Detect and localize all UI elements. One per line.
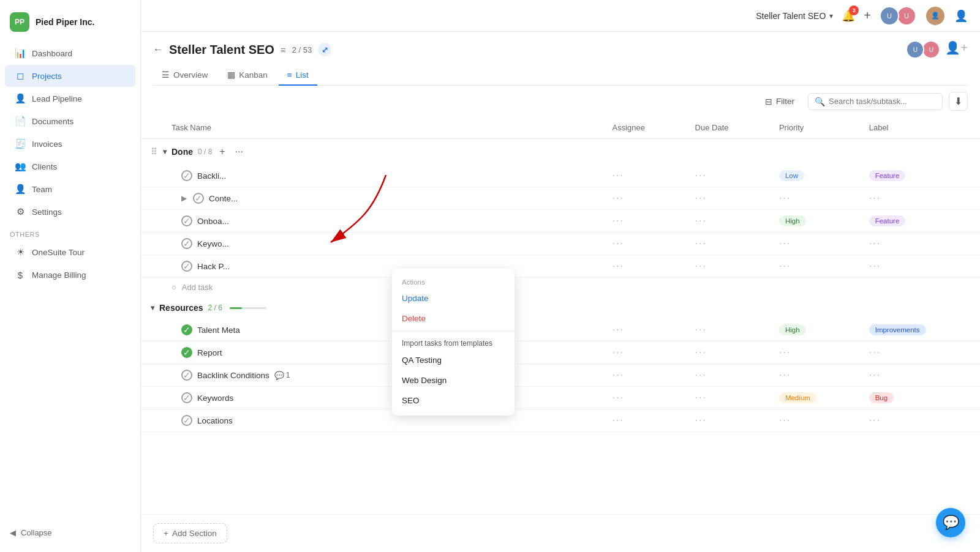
table-row: ▶ ✓ Conte... ··· ··· ··· ··· — [141, 187, 980, 210]
priority-more-icon[interactable]: ··· — [779, 370, 791, 380]
assignee-more-icon[interactable]: ··· — [612, 238, 624, 248]
label-more-icon[interactable]: ··· — [869, 238, 881, 248]
due-date-more-icon[interactable]: ··· — [695, 193, 707, 203]
sidebar-item-documents[interactable]: 📄 Documents — [5, 110, 135, 132]
task-check-icon[interactable]: ✓ — [181, 415, 192, 426]
task-check-icon[interactable]: ✓ — [181, 238, 192, 249]
invite-member-icon[interactable]: 👤+ — [945, 40, 968, 59]
assignee-more-icon[interactable]: ··· — [612, 415, 624, 425]
task-check-icon[interactable]: ✓ — [181, 370, 192, 381]
assignee-more-icon[interactable]: ··· — [612, 261, 624, 271]
task-check-icon[interactable]: ✓ — [181, 392, 192, 403]
user-menu-icon[interactable]: 👤 — [954, 9, 968, 23]
chevron-down-icon[interactable]: ▾ — [163, 147, 167, 156]
search-input[interactable] — [829, 97, 936, 106]
due-date-more-icon[interactable]: ··· — [695, 170, 707, 181]
current-user-avatar[interactable]: 👤 — [925, 6, 946, 26]
label-more-icon[interactable]: ··· — [869, 261, 881, 271]
sidebar-item-invoices[interactable]: 🧾 Invoices — [5, 133, 135, 155]
task-check-icon[interactable]: ✓ — [181, 347, 192, 358]
filter-button[interactable]: ⊟ Filter — [758, 93, 802, 110]
notification-button[interactable]: 🔔 3 — [842, 9, 855, 23]
priority-more-icon[interactable]: ··· — [779, 261, 791, 271]
chevron-down-icon[interactable]: ▾ — [151, 304, 154, 312]
priority-more-icon[interactable]: ··· — [779, 193, 791, 203]
label-more-icon[interactable]: ··· — [869, 415, 881, 425]
priority-badge[interactable]: High — [779, 324, 806, 335]
due-date-more-icon[interactable]: ··· — [695, 392, 707, 403]
add-task-row-done[interactable]: ○ Add task — [141, 278, 980, 297]
sidebar-item-label: Dashboard — [32, 49, 72, 58]
project-selector[interactable]: Steller Talent SEO ▾ — [756, 11, 833, 21]
label-badge[interactable]: Improvements — [869, 324, 926, 335]
task-name: Locations — [197, 416, 233, 425]
label-more-icon[interactable]: ··· — [869, 193, 881, 203]
sidebar-item-settings[interactable]: ⚙ Settings — [5, 201, 135, 223]
add-section-button[interactable]: + Add Section — [153, 523, 227, 543]
project-expand-button[interactable]: ⤢ — [318, 43, 331, 56]
assignee-more-icon[interactable]: ··· — [612, 215, 624, 226]
member-avatar-2: U — [922, 40, 940, 59]
due-date-more-icon[interactable]: ··· — [695, 415, 707, 425]
task-check-icon[interactable]: ✓ — [181, 324, 192, 335]
back-button[interactable]: ← — [153, 44, 163, 55]
priority-badge[interactable]: High — [779, 215, 806, 226]
assignee-more-icon[interactable]: ··· — [612, 347, 624, 357]
sidebar-item-team[interactable]: 👤 Team — [5, 178, 135, 200]
label-more-icon[interactable]: ··· — [869, 347, 881, 357]
section-more-button[interactable]: ··· — [233, 145, 246, 159]
manage-billing-icon: $ — [15, 269, 26, 280]
kanban-icon: ▦ — [227, 70, 235, 80]
label-badge[interactable]: Bug — [869, 392, 894, 403]
task-check-icon[interactable]: ✓ — [181, 261, 192, 272]
due-date-more-icon[interactable]: ··· — [695, 261, 707, 271]
sidebar-item-onesuite-tour[interactable]: ☀ OneSuite Tour — [5, 241, 135, 263]
section-add-button[interactable]: + — [217, 145, 227, 159]
assignee-more-icon[interactable]: ··· — [612, 193, 624, 203]
tab-overview[interactable]: ☰ Overview — [153, 65, 216, 86]
due-date-more-icon[interactable]: ··· — [695, 215, 707, 226]
chat-bubble-button[interactable]: 💬 — [936, 508, 965, 537]
add-task-cell[interactable]: ○ Add task — [141, 278, 980, 297]
sidebar-item-dashboard[interactable]: 📊 Dashboard — [5, 42, 135, 64]
project-count: 2 / 53 — [292, 45, 312, 54]
toolbar: ⊟ Filter 🔍 ⬇ — [141, 86, 980, 117]
dropdown-template-qa[interactable]: QA Testing — [392, 350, 514, 370]
priority-more-icon[interactable]: ··· — [779, 347, 791, 357]
expand-icon[interactable]: ▶ — [181, 194, 187, 203]
due-date-more-icon[interactable]: ··· — [695, 370, 707, 380]
collapse-button[interactable]: ◀ Collapse — [10, 528, 130, 537]
tab-list[interactable]: ≡ List — [279, 65, 317, 86]
add-button[interactable]: + — [864, 9, 871, 23]
sidebar-item-manage-billing[interactable]: $ Manage Billing — [5, 264, 135, 286]
onesuite-tour-icon: ☀ — [15, 247, 26, 258]
dropdown-update-item[interactable]: Update — [392, 288, 514, 308]
priority-more-icon[interactable]: ··· — [779, 238, 791, 248]
label-badge[interactable]: Feature — [869, 170, 906, 181]
assignee-more-icon[interactable]: ··· — [612, 324, 624, 335]
chat-icon: 💬 — [943, 515, 959, 531]
task-check-icon[interactable]: ✓ — [181, 170, 192, 181]
task-check-icon[interactable]: ✓ — [193, 193, 204, 204]
due-date-more-icon[interactable]: ··· — [695, 238, 707, 248]
download-button[interactable]: ⬇ — [949, 92, 968, 111]
priority-badge[interactable]: Medium — [779, 392, 816, 403]
priority-more-icon[interactable]: ··· — [779, 415, 791, 425]
sidebar-item-label: Lead Pipeline — [32, 94, 82, 103]
sidebar-item-lead-pipeline[interactable]: 👤 Lead Pipeline — [5, 88, 135, 110]
label-more-icon[interactable]: ··· — [869, 370, 881, 380]
assignee-more-icon[interactable]: ··· — [612, 392, 624, 403]
sidebar-item-clients[interactable]: 👥 Clients — [5, 155, 135, 177]
priority-badge[interactable]: Low — [779, 170, 804, 181]
due-date-more-icon[interactable]: ··· — [695, 347, 707, 357]
dropdown-template-seo[interactable]: SEO — [392, 390, 514, 411]
due-date-more-icon[interactable]: ··· — [695, 324, 707, 335]
assignee-more-icon[interactable]: ··· — [612, 170, 624, 181]
dropdown-delete-item[interactable]: Delete — [392, 308, 514, 329]
label-badge[interactable]: Feature — [869, 215, 906, 226]
assignee-more-icon[interactable]: ··· — [612, 370, 624, 380]
dropdown-template-webdesign[interactable]: Web Design — [392, 370, 514, 390]
sidebar-item-projects[interactable]: ◻ Projects — [5, 65, 135, 87]
tab-kanban[interactable]: ▦ Kanban — [219, 65, 276, 86]
task-check-icon[interactable]: ✓ — [181, 215, 192, 226]
